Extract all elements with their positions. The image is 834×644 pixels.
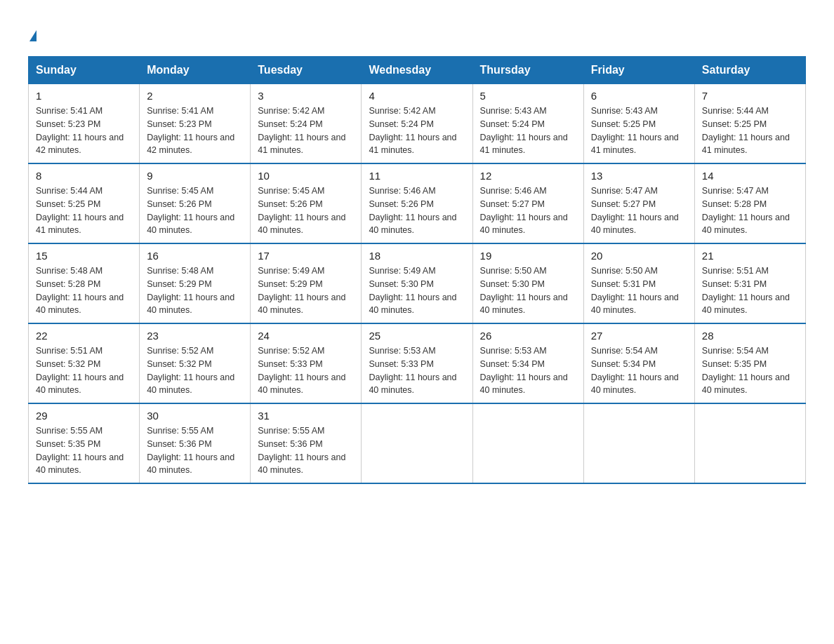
calendar-cell: 28Sunrise: 5:54 AMSunset: 5:35 PMDayligh…	[694, 323, 805, 403]
calendar-cell: 14Sunrise: 5:47 AMSunset: 5:28 PMDayligh…	[694, 163, 805, 243]
calendar-cell: 8Sunrise: 5:44 AMSunset: 5:25 PMDaylight…	[29, 163, 140, 243]
calendar-cell: 24Sunrise: 5:52 AMSunset: 5:33 PMDayligh…	[251, 323, 362, 403]
logo-triangle-icon	[29, 30, 37, 41]
day-info: Sunrise: 5:42 AMSunset: 5:24 PMDaylight:…	[258, 105, 354, 157]
day-number: 13	[591, 170, 687, 182]
calendar-cell: 6Sunrise: 5:43 AMSunset: 5:25 PMDaylight…	[583, 84, 694, 164]
header-thursday: Thursday	[472, 57, 583, 84]
day-number: 24	[258, 330, 354, 342]
day-number: 11	[369, 170, 465, 182]
calendar-week-row: 15Sunrise: 5:48 AMSunset: 5:28 PMDayligh…	[29, 243, 806, 323]
header-saturday: Saturday	[694, 57, 805, 84]
calendar-cell: 3Sunrise: 5:42 AMSunset: 5:24 PMDaylight…	[251, 84, 362, 164]
day-info: Sunrise: 5:45 AMSunset: 5:26 PMDaylight:…	[147, 185, 243, 237]
day-number: 12	[480, 170, 576, 182]
day-info: Sunrise: 5:44 AMSunset: 5:25 PMDaylight:…	[702, 105, 798, 157]
calendar-cell: 16Sunrise: 5:48 AMSunset: 5:29 PMDayligh…	[140, 243, 251, 323]
calendar-header-row: SundayMondayTuesdayWednesdayThursdayFrid…	[29, 57, 806, 84]
calendar-cell: 2Sunrise: 5:41 AMSunset: 5:23 PMDaylight…	[140, 84, 251, 164]
calendar-cell: 19Sunrise: 5:50 AMSunset: 5:30 PMDayligh…	[472, 243, 583, 323]
header-sunday: Sunday	[29, 57, 140, 84]
day-number: 20	[591, 250, 687, 262]
day-number: 28	[702, 330, 798, 342]
day-number: 26	[480, 330, 576, 342]
day-number: 23	[147, 330, 243, 342]
day-info: Sunrise: 5:46 AMSunset: 5:27 PMDaylight:…	[480, 185, 576, 237]
day-info: Sunrise: 5:52 AMSunset: 5:33 PMDaylight:…	[258, 344, 354, 397]
calendar-cell: 5Sunrise: 5:43 AMSunset: 5:24 PMDaylight…	[472, 84, 583, 164]
calendar-cell: 15Sunrise: 5:48 AMSunset: 5:28 PMDayligh…	[29, 243, 140, 323]
calendar-week-row: 8Sunrise: 5:44 AMSunset: 5:25 PMDaylight…	[29, 163, 806, 243]
day-info: Sunrise: 5:55 AMSunset: 5:36 PMDaylight:…	[147, 424, 243, 477]
calendar-cell: 31Sunrise: 5:55 AMSunset: 5:36 PMDayligh…	[251, 403, 362, 483]
calendar-week-row: 29Sunrise: 5:55 AMSunset: 5:35 PMDayligh…	[29, 403, 806, 483]
day-number: 17	[258, 250, 354, 262]
day-number: 31	[258, 410, 354, 422]
day-info: Sunrise: 5:52 AMSunset: 5:32 PMDaylight:…	[147, 344, 243, 397]
header	[28, 21, 806, 43]
day-info: Sunrise: 5:50 AMSunset: 5:31 PMDaylight:…	[591, 264, 687, 317]
day-info: Sunrise: 5:49 AMSunset: 5:29 PMDaylight:…	[258, 264, 354, 317]
calendar-table: SundayMondayTuesdayWednesdayThursdayFrid…	[28, 56, 806, 484]
day-number: 19	[480, 250, 576, 262]
day-number: 9	[147, 170, 243, 182]
day-number: 25	[369, 330, 465, 342]
calendar-cell: 23Sunrise: 5:52 AMSunset: 5:32 PMDayligh…	[140, 323, 251, 403]
calendar-cell: 22Sunrise: 5:51 AMSunset: 5:32 PMDayligh…	[29, 323, 140, 403]
calendar-cell: 4Sunrise: 5:42 AMSunset: 5:24 PMDaylight…	[362, 84, 472, 164]
day-info: Sunrise: 5:47 AMSunset: 5:28 PMDaylight:…	[702, 185, 798, 237]
day-info: Sunrise: 5:53 AMSunset: 5:33 PMDaylight:…	[369, 344, 465, 397]
calendar-cell: 25Sunrise: 5:53 AMSunset: 5:33 PMDayligh…	[362, 323, 472, 403]
calendar-cell: 20Sunrise: 5:50 AMSunset: 5:31 PMDayligh…	[583, 243, 694, 323]
calendar-cell: 13Sunrise: 5:47 AMSunset: 5:27 PMDayligh…	[583, 163, 694, 243]
day-info: Sunrise: 5:51 AMSunset: 5:31 PMDaylight:…	[702, 264, 798, 317]
day-info: Sunrise: 5:49 AMSunset: 5:30 PMDaylight:…	[369, 264, 465, 317]
calendar-cell: 21Sunrise: 5:51 AMSunset: 5:31 PMDayligh…	[694, 243, 805, 323]
calendar-cell: 10Sunrise: 5:45 AMSunset: 5:26 PMDayligh…	[251, 163, 362, 243]
day-number: 21	[702, 250, 798, 262]
calendar-cell: 29Sunrise: 5:55 AMSunset: 5:35 PMDayligh…	[29, 403, 140, 483]
day-info: Sunrise: 5:44 AMSunset: 5:25 PMDaylight:…	[36, 185, 132, 237]
day-number: 6	[591, 90, 687, 102]
day-info: Sunrise: 5:47 AMSunset: 5:27 PMDaylight:…	[591, 185, 687, 237]
day-number: 29	[36, 410, 132, 422]
day-info: Sunrise: 5:46 AMSunset: 5:26 PMDaylight:…	[369, 185, 465, 237]
calendar-cell: 17Sunrise: 5:49 AMSunset: 5:29 PMDayligh…	[251, 243, 362, 323]
day-number: 16	[147, 250, 243, 262]
calendar-cell: 1Sunrise: 5:41 AMSunset: 5:23 PMDaylight…	[29, 84, 140, 164]
calendar-cell	[694, 403, 805, 483]
logo	[28, 21, 37, 43]
day-number: 22	[36, 330, 132, 342]
day-number: 5	[480, 90, 576, 102]
day-number: 1	[36, 90, 132, 102]
day-info: Sunrise: 5:41 AMSunset: 5:23 PMDaylight:…	[36, 105, 132, 157]
day-info: Sunrise: 5:48 AMSunset: 5:29 PMDaylight:…	[147, 264, 243, 317]
day-number: 14	[702, 170, 798, 182]
header-tuesday: Tuesday	[251, 57, 362, 84]
day-info: Sunrise: 5:48 AMSunset: 5:28 PMDaylight:…	[36, 264, 132, 317]
calendar-cell: 27Sunrise: 5:54 AMSunset: 5:34 PMDayligh…	[583, 323, 694, 403]
day-info: Sunrise: 5:51 AMSunset: 5:32 PMDaylight:…	[36, 344, 132, 397]
day-number: 10	[258, 170, 354, 182]
calendar-cell	[472, 403, 583, 483]
day-number: 7	[702, 90, 798, 102]
calendar-cell: 18Sunrise: 5:49 AMSunset: 5:30 PMDayligh…	[362, 243, 472, 323]
calendar-cell: 9Sunrise: 5:45 AMSunset: 5:26 PMDaylight…	[140, 163, 251, 243]
calendar-cell: 26Sunrise: 5:53 AMSunset: 5:34 PMDayligh…	[472, 323, 583, 403]
day-number: 8	[36, 170, 132, 182]
calendar-week-row: 1Sunrise: 5:41 AMSunset: 5:23 PMDaylight…	[29, 84, 806, 164]
calendar-cell: 30Sunrise: 5:55 AMSunset: 5:36 PMDayligh…	[140, 403, 251, 483]
day-info: Sunrise: 5:43 AMSunset: 5:24 PMDaylight:…	[480, 105, 576, 157]
day-info: Sunrise: 5:54 AMSunset: 5:34 PMDaylight:…	[591, 344, 687, 397]
header-friday: Friday	[583, 57, 694, 84]
day-info: Sunrise: 5:45 AMSunset: 5:26 PMDaylight:…	[258, 185, 354, 237]
day-number: 15	[36, 250, 132, 262]
calendar-week-row: 22Sunrise: 5:51 AMSunset: 5:32 PMDayligh…	[29, 323, 806, 403]
calendar-cell	[583, 403, 694, 483]
calendar-cell: 7Sunrise: 5:44 AMSunset: 5:25 PMDaylight…	[694, 84, 805, 164]
header-wednesday: Wednesday	[362, 57, 472, 84]
day-number: 4	[369, 90, 465, 102]
day-info: Sunrise: 5:55 AMSunset: 5:35 PMDaylight:…	[36, 424, 132, 477]
day-number: 2	[147, 90, 243, 102]
day-info: Sunrise: 5:42 AMSunset: 5:24 PMDaylight:…	[369, 105, 465, 157]
